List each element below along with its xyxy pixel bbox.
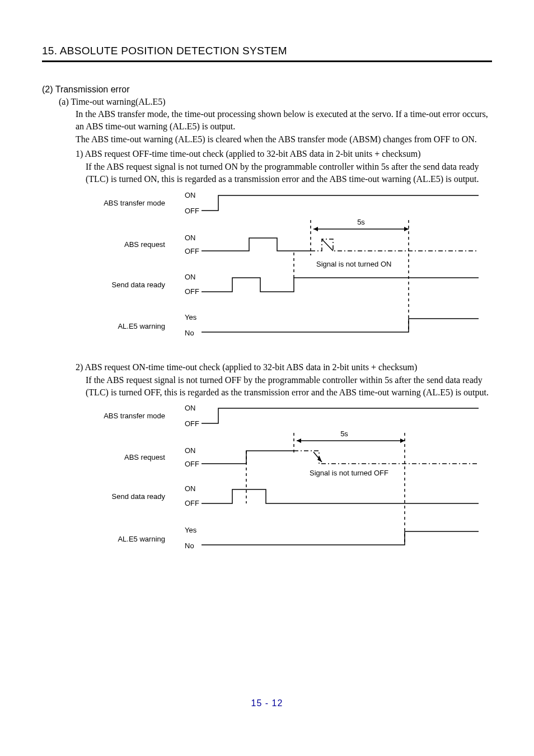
timing-diagram-2: text { font-family: Arial, Helvetica, sa… xyxy=(92,404,492,563)
label-send-data-ready: Send data ready xyxy=(112,492,166,501)
svg-marker-8 xyxy=(297,438,301,443)
label-signal-not-on: Signal is not turned ON xyxy=(316,260,391,268)
paragraph-2: The ABS time-out warning (AL.E5) is clea… xyxy=(76,133,492,146)
svg-line-3 xyxy=(322,239,333,251)
paragraph-1: In the ABS transfer mode, the time-out p… xyxy=(76,108,492,132)
label-ale5: AL.E5 warning xyxy=(118,535,165,543)
label-send-data-ready: Send data ready xyxy=(112,281,166,289)
timing-diagram-1: text { font-family: Arial, Helvetica, sa… xyxy=(92,191,492,350)
svg-marker-9 xyxy=(400,438,405,443)
label-5s: 5s xyxy=(357,218,365,226)
label-ale5: AL.E5 warning xyxy=(118,322,165,330)
label-no: No xyxy=(185,329,194,337)
label-abs-transfer: ABS transfer mode xyxy=(104,199,165,207)
label-on-2: ON xyxy=(185,446,196,455)
label-abs-request: ABS request xyxy=(124,240,165,249)
label-on-2: ON xyxy=(185,234,196,242)
item-1-heading: 1) ABS request OFF-time time-out check (… xyxy=(76,148,492,160)
item-1-body: If the ABS request signal is not turned … xyxy=(86,161,492,185)
label-signal-not-off: Signal is not turned OFF xyxy=(310,469,388,477)
subsection-a: (a) Time-out warning(AL.E5) xyxy=(59,97,492,107)
label-on-3: ON xyxy=(185,484,196,493)
label-off-3: OFF xyxy=(185,287,199,296)
label-on: ON xyxy=(185,191,196,199)
item-2-body: If the ABS request signal is not turned … xyxy=(86,374,492,398)
label-no: No xyxy=(185,542,194,550)
label-on: ON xyxy=(185,404,196,412)
label-off-2: OFF xyxy=(185,247,199,255)
label-on-3: ON xyxy=(185,273,196,281)
label-off-3: OFF xyxy=(185,499,199,507)
svg-marker-1 xyxy=(313,227,318,231)
label-off-2: OFF xyxy=(185,460,199,468)
label-abs-request: ABS request xyxy=(124,453,165,461)
label-5s: 5s xyxy=(340,430,348,438)
svg-marker-2 xyxy=(404,227,409,231)
chapter-title: 15. ABSOLUTE POSITION DETECTION SYSTEM xyxy=(42,45,492,62)
label-off: OFF xyxy=(185,207,199,215)
label-yes: Yes xyxy=(185,526,197,534)
section-heading: (2) Transmission error xyxy=(42,85,492,95)
label-off: OFF xyxy=(185,419,199,428)
item-2-heading: 2) ABS request ON-time time-out check (a… xyxy=(76,361,492,374)
label-yes: Yes xyxy=(185,313,197,321)
page-number: 15 - 12 xyxy=(0,698,534,708)
label-abs-transfer: ABS transfer mode xyxy=(104,412,165,420)
